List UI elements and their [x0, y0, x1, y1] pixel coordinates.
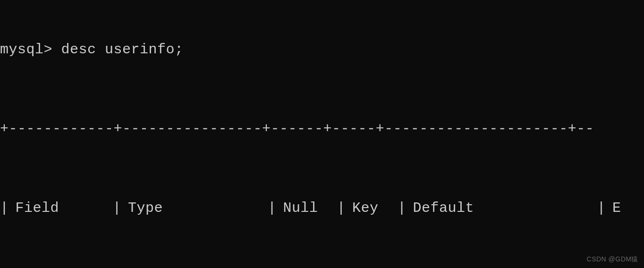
watermark: CSDN @GDM猿 — [587, 255, 638, 264]
terminal-output: mysql> desc userinfo; +------------+----… — [0, 0, 644, 268]
table-header-row: |Field|Type|Null|Key|Default|E — [0, 198, 644, 218]
header-default: Default — [407, 198, 597, 218]
header-type: Type — [121, 198, 268, 218]
table-divider-top: +------------+----------------+------+--… — [0, 119, 644, 139]
header-field: Field — [9, 198, 113, 218]
header-null: Null — [277, 198, 337, 218]
header-extra: E — [606, 198, 634, 218]
header-key: Key — [346, 198, 398, 218]
mysql-prompt-line: mysql> desc userinfo; — [0, 40, 644, 59]
